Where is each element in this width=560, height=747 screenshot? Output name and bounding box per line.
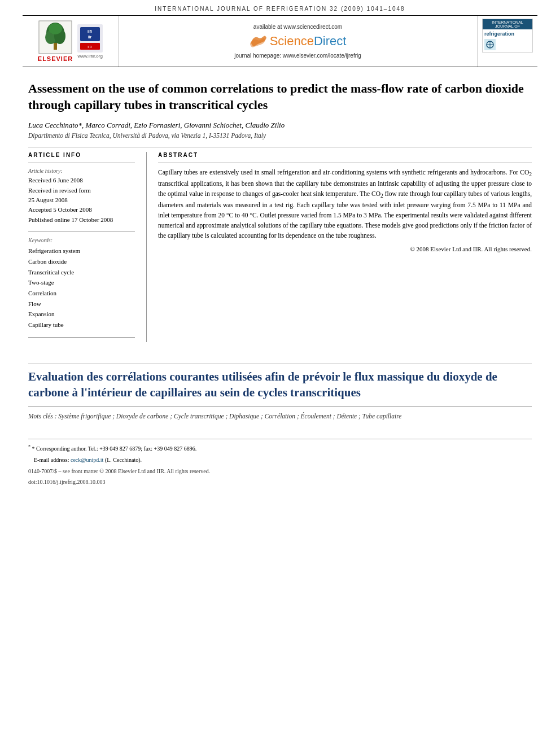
logo-left: ELSEVIER iifi iir IIR www.iifiir.org <box>23 16 119 67</box>
sciencedirect-text: ScienceDirect <box>270 34 347 49</box>
keyword-4: Two-stage <box>28 277 135 288</box>
available-text: available at www.sciencedirect.com <box>253 24 342 30</box>
affiliation: Dipartimento di Fisica Tecnica, Universi… <box>28 132 532 139</box>
email-note: E-mail address: ceck@unipd.it (L. Cecchi… <box>34 457 142 463</box>
logo-center: available at www.sciencedirect.com Scien… <box>119 16 478 67</box>
keyword-6: Flow <box>28 299 135 309</box>
page-wrapper: INTERNATIONAL JOURNAL OF REFRIGERATION 3… <box>0 0 560 747</box>
article-info-label-header: ARTICLE INFO <box>28 152 135 158</box>
iifiir-logo: iifi iir IIR www.iifiir.org <box>77 24 103 59</box>
two-col-layout: ARTICLE INFO Article history: Received 6… <box>28 152 532 342</box>
refrig-icons <box>484 39 531 50</box>
footer-section: * * Corresponding author. Tel.: +39 049 … <box>28 439 532 486</box>
article-title: Assessment on the use of common correlat… <box>28 81 532 113</box>
revised-label: Received in revised form <box>28 186 135 195</box>
refrig-title: refrigeration <box>484 31 531 37</box>
received-text: Received 6 June 2008 <box>28 176 135 185</box>
divider-bottom-left <box>28 337 135 338</box>
footnote-star: * <box>28 444 30 449</box>
sciencedirect-icon <box>250 33 268 49</box>
keyword-5: Correlation <box>28 288 135 299</box>
refrig-header: INTERNATIONAL JOURNAL OF <box>483 19 532 29</box>
divider-keywords <box>28 231 135 231</box>
corresponding-note: * Corresponding author. Tel.: +39 049 82… <box>32 445 197 452</box>
sciencedirect-logo: ScienceDirect <box>250 33 347 49</box>
svg-text:IIR: IIR <box>88 45 92 49</box>
journal-homepage: journal homepage: www.elsevier.com/locat… <box>234 53 361 59</box>
keyword-2: Carbon dioxide <box>28 256 135 267</box>
refrig-cover-icon <box>484 39 496 50</box>
footnote-corresponding: * * Corresponding author. Tel.: +39 049 … <box>28 444 532 453</box>
keywords-label: Keywords: <box>28 237 135 243</box>
journal-title-top: INTERNATIONAL JOURNAL OF REFRIGERATION 3… <box>155 6 405 12</box>
svg-text:iir: iir <box>88 35 92 39</box>
abstract-text: Capillary tubes are extensively used in … <box>158 168 532 241</box>
abstract-label-header: ABSTRACT <box>158 152 532 158</box>
french-divider-top <box>28 364 532 364</box>
french-keywords-label: Mots clés : <box>28 413 58 420</box>
iifiir-url: www.iifiir.org <box>77 54 102 59</box>
french-title: Evaluation des corrélations courantes ut… <box>28 369 532 401</box>
journal-header-top: INTERNATIONAL JOURNAL OF REFRIGERATION 3… <box>0 0 560 15</box>
divider-1 <box>28 147 532 147</box>
copyright-text: © 2008 Elsevier Ltd and IIR. All rights … <box>158 246 532 252</box>
french-divider-bottom <box>28 406 532 407</box>
authors-text: Luca Cecchinato*, Marco Corradi, Ezio Fo… <box>28 121 285 129</box>
abstract-col: ABSTRACT Capillary tubes are extensively… <box>147 152 532 342</box>
keywords-list: Refrigeration system Carbon dioxide Tran… <box>28 246 135 330</box>
logo-right: INTERNATIONAL JOURNAL OF refrigeration <box>478 16 537 67</box>
french-section: Evaluation des corrélations courantes ut… <box>28 353 532 422</box>
authors: Luca Cecchinato*, Marco Corradi, Ezio Fo… <box>28 121 532 130</box>
svg-point-5 <box>49 23 62 34</box>
article-info-col: ARTICLE INFO Article history: Received 6… <box>28 152 147 342</box>
accepted-text: Accepted 5 October 2008 <box>28 206 135 214</box>
refrig-body: refrigeration <box>483 29 532 52</box>
divider-abstract <box>158 163 532 163</box>
main-content: Assessment on the use of common correlat… <box>0 67 560 497</box>
elsevier-logo: ELSEVIER <box>38 20 73 62</box>
iifiir-emblem-icon: iifi iir IIR <box>77 24 103 53</box>
keyword-3: Transcritical cycle <box>28 267 135 278</box>
keyword-7: Expansion <box>28 309 135 320</box>
footnote-email: E-mail address: ceck@unipd.it (L. Cecchi… <box>28 456 532 465</box>
published-text: Published online 17 October 2008 <box>28 216 135 224</box>
divider-article-info <box>28 163 135 163</box>
keyword-8: Capillary tube <box>28 320 135 330</box>
footer-issn: 0140-7007/$ – see front matter © 2008 El… <box>28 467 532 475</box>
elsevier-text: ELSEVIER <box>38 55 73 62</box>
footer-doi: doi:10.1016/j.ijrefrig.2008.10.003 <box>28 478 532 486</box>
refrig-journal-box: INTERNATIONAL JOURNAL OF refrigeration <box>482 19 533 53</box>
keyword-1: Refrigeration system <box>28 246 135 256</box>
svg-rect-1 <box>54 42 57 50</box>
header-logos: ELSEVIER iifi iir IIR www.iifiir.org ava… <box>23 15 537 67</box>
svg-text:iifi: iifi <box>88 29 92 33</box>
french-keywords: Mots clés : Système frigorifique ; Dioxy… <box>28 411 532 421</box>
elsevier-tree-icon <box>38 20 72 54</box>
revised-date: 25 August 2008 <box>28 196 135 204</box>
french-keywords-values: Système frigorifique ; Dioxyde de carbon… <box>58 413 401 420</box>
history-label: Article history: <box>28 168 135 174</box>
